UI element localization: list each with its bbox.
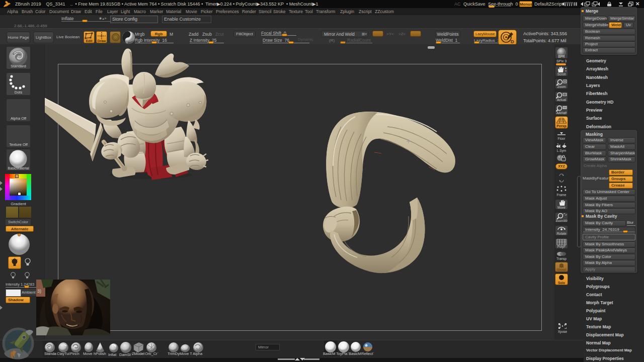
svg-text:3): 3) [37, 289, 41, 294]
svg-text:D: D [511, 39, 514, 44]
